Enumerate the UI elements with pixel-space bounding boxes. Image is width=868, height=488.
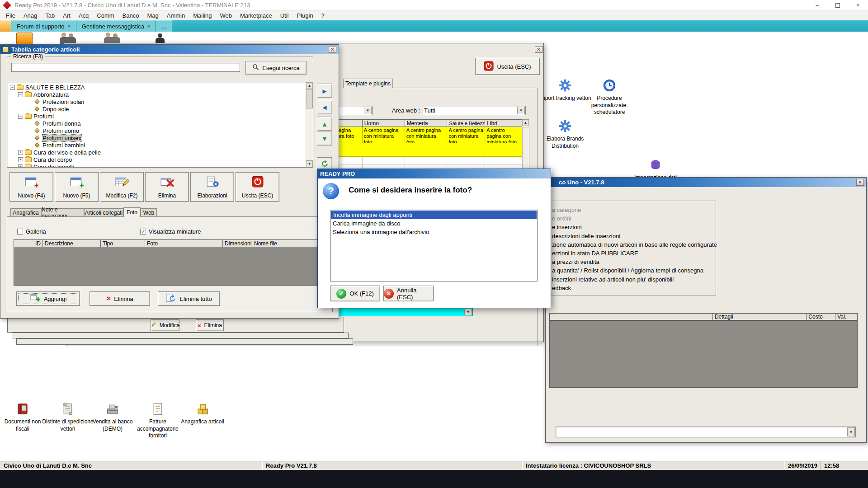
tree-item[interactable]: Profumi uomo bbox=[33, 127, 79, 134]
option-item[interactable]: erzioni in stato DA PUBBLICARE bbox=[552, 250, 638, 257]
expand-icon[interactable]: + bbox=[18, 164, 23, 168]
option-item[interactable]: e ordini bbox=[552, 215, 571, 222]
desktop-icon-procedure-schedulatore[interactable]: Procedure personalizzate: schedulatore bbox=[584, 78, 635, 116]
option-item[interactable]: descrizioni delle inserzioni bbox=[552, 233, 620, 239]
option-item[interactable]: zione automatica di nuovi articoli in ba… bbox=[552, 241, 717, 248]
option-item[interactable]: a quantita' / Relist disponibili / Aggio… bbox=[552, 267, 703, 274]
column-header[interactable] bbox=[550, 314, 713, 320]
desktop-icon-anagrafica-articoli[interactable]: Anagrafica articoli bbox=[175, 401, 230, 426]
tree-item[interactable]: Protezioni solari bbox=[33, 98, 85, 105]
menu-comm[interactable]: Comm bbox=[93, 12, 118, 19]
close-window-icon[interactable]: × bbox=[856, 179, 864, 186]
tab-note-e-descrizioni[interactable]: Note e descrizioni bbox=[41, 208, 84, 216]
chevron-down-icon[interactable]: ▼ bbox=[464, 309, 472, 315]
collapse-icon[interactable]: − bbox=[10, 85, 15, 90]
grid-scrollbar[interactable] bbox=[522, 127, 529, 172]
tree-item[interactable]: −Profumi bbox=[18, 113, 54, 120]
chevron-down-icon[interactable]: ▼ bbox=[364, 107, 372, 114]
galleria-checkbox[interactable]: Galleria bbox=[17, 228, 46, 235]
tree-item[interactable]: −Abbronzatura bbox=[18, 91, 69, 98]
minimize-button[interactable]: – bbox=[807, 0, 827, 11]
area-web-combobox[interactable]: Tutti ▼ bbox=[422, 106, 526, 115]
category-search-input[interactable] bbox=[11, 63, 240, 72]
grid-cell[interactable]: A centro pagina con miniatura foto bbox=[485, 127, 522, 143]
photo-table-body[interactable] bbox=[14, 247, 327, 286]
column-header-salute[interactable]: Salute e Bellezza bbox=[447, 120, 485, 127]
grid-cell[interactable] bbox=[405, 157, 448, 164]
close-window-icon[interactable]: × bbox=[329, 46, 336, 53]
aggiungi-button[interactable]: Aggiungi bbox=[16, 291, 80, 306]
column-header-merceria[interactable]: Merceria bbox=[405, 120, 448, 127]
column-header-descrizione[interactable]: Descrizione bbox=[43, 240, 101, 247]
collapse-icon[interactable]: − bbox=[18, 114, 23, 119]
desktop-icon-import-tracking[interactable]: Import tracking vettori bbox=[539, 78, 591, 102]
detail-table-body[interactable] bbox=[549, 321, 858, 388]
desktop-icon-distinte-spedizione[interactable]: Distinte di spedizione vettori bbox=[42, 401, 94, 432]
column-header-dettagli[interactable]: Dettagli bbox=[713, 314, 807, 320]
annulla-button[interactable]: × Annulla (ESC) bbox=[383, 286, 434, 301]
tree-item[interactable]: +Cura dei capelli bbox=[18, 163, 74, 168]
menu-ammin[interactable]: Ammin bbox=[163, 12, 189, 19]
modifica-f2-button[interactable]: Modifica (F2) bbox=[100, 172, 144, 202]
column-header-val[interactable]: Val. bbox=[835, 314, 857, 320]
tree-scrollbar[interactable]: ▲ ▼ bbox=[306, 82, 313, 167]
elimina-foto-button[interactable]: × Elimina bbox=[90, 291, 150, 306]
tree-item[interactable]: −SALUTE E BELLEZZA bbox=[10, 84, 85, 91]
menu-help[interactable]: ? bbox=[317, 12, 329, 19]
listbox-option-seleziona[interactable]: Seleziona una immagine dall'archivio bbox=[330, 228, 537, 236]
nuovo-f5-button[interactable]: Nuovo (F5) bbox=[55, 172, 99, 202]
template-grid-row[interactable]: paginatura foto A centro pagina con mini… bbox=[334, 127, 522, 143]
menu-web[interactable]: Web bbox=[216, 12, 236, 19]
menu-art[interactable]: Art bbox=[59, 12, 75, 19]
menu-acq[interactable]: Acq bbox=[75, 12, 93, 19]
visualizza-miniature-checkbox[interactable]: ✓Visualizza miniature bbox=[140, 228, 201, 235]
listbox-option-incolla[interactable]: Incolla immagine dagli appunti bbox=[331, 211, 537, 219]
uscita-esc-toolbar-button[interactable]: Uscita (ESC) bbox=[236, 172, 279, 202]
column-header-dimensioni[interactable]: Dimensioni bbox=[223, 240, 252, 247]
grid-cell[interactable] bbox=[363, 157, 405, 164]
scroll-up-icon[interactable]: ▲ bbox=[522, 119, 529, 126]
grid-cell[interactable] bbox=[447, 157, 485, 164]
desktop-icon-vendita-al-banco[interactable]: Vendita al banco (DEMO) bbox=[87, 401, 138, 432]
column-header-foto[interactable]: Foto bbox=[145, 240, 223, 247]
tab-desktop[interactable] bbox=[0, 20, 11, 32]
grid-cell[interactable]: A centro pagina con miniatura foto bbox=[447, 127, 485, 143]
tab-template-e-plugins[interactable]: Template e plugins bbox=[343, 79, 393, 88]
column-header-tipo[interactable]: Tipo bbox=[101, 240, 145, 247]
move-down-button[interactable]: ▼ bbox=[317, 131, 332, 145]
menu-mag[interactable]: Mag bbox=[143, 12, 162, 19]
grid-cell[interactable]: A centro pagina con miniatura foto bbox=[405, 127, 448, 143]
scrollbar-thumb[interactable] bbox=[306, 89, 313, 108]
elimina-tutto-button[interactable]: Elimina tutto bbox=[158, 291, 220, 306]
option-item[interactable]: edback bbox=[552, 285, 571, 291]
elaborazioni-button[interactable]: Elaborazioni bbox=[190, 172, 234, 202]
close-window-icon[interactable]: × bbox=[535, 46, 542, 53]
bottom-combobox[interactable]: ▼ bbox=[556, 427, 856, 437]
grid-cell[interactable] bbox=[485, 157, 522, 164]
option-item[interactable]: a prezzi di vendita bbox=[552, 258, 599, 265]
menu-tab[interactable]: Tab bbox=[41, 12, 59, 19]
move-right-button[interactable]: ► bbox=[317, 84, 332, 98]
tab-articoli-collegati[interactable]: Articoli collegati bbox=[84, 208, 123, 216]
elimina-button[interactable]: × Elimina bbox=[196, 319, 224, 331]
esegui-ricerca-button[interactable]: Esegui ricerca bbox=[245, 61, 307, 75]
template-grid-row[interactable] bbox=[334, 157, 522, 164]
collapse-icon[interactable]: − bbox=[18, 92, 23, 97]
expand-icon[interactable]: + bbox=[18, 157, 23, 162]
menu-marketplace[interactable]: Marketplace bbox=[236, 12, 276, 19]
menu-mailing[interactable]: Mailing bbox=[189, 12, 216, 19]
chevron-down-icon[interactable]: ▼ bbox=[517, 107, 525, 114]
tab-foto[interactable]: Foto bbox=[123, 207, 141, 217]
desktop-icon-elabora-brands[interactable]: Elabora Brands Distribution bbox=[539, 118, 591, 150]
option-item[interactable]: a categorie bbox=[552, 206, 581, 213]
menu-util[interactable]: Util bbox=[276, 12, 293, 19]
modifica-button[interactable]: Modifica bbox=[151, 319, 179, 331]
chevron-down-icon[interactable]: ▼ bbox=[847, 427, 855, 436]
cyan-combobox[interactable]: ▼ bbox=[317, 308, 473, 316]
scroll-up-icon[interactable]: ▲ bbox=[306, 82, 313, 89]
expand-icon[interactable]: + bbox=[18, 150, 23, 155]
tree-item[interactable]: +Cura del corpo bbox=[18, 156, 72, 163]
column-header-libri[interactable]: Libri bbox=[485, 120, 522, 127]
ok-button[interactable]: ✓ OK (F12) bbox=[330, 286, 380, 301]
option-item[interactable]: e inserzioni bbox=[552, 224, 582, 230]
